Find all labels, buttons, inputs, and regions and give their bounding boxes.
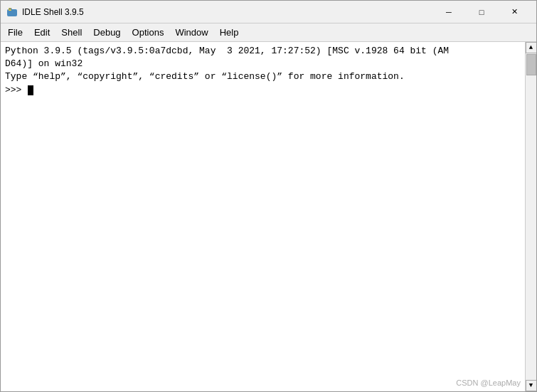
scrollbar[interactable]: ▲ ▼ — [525, 42, 536, 391]
menu-shell[interactable]: Shell — [55, 23, 87, 41]
menu-window[interactable]: Window — [169, 23, 213, 41]
console-line-3: Type “help”, “copyright”, “credits” or “… — [5, 70, 532, 83]
scroll-up-button[interactable]: ▲ — [526, 42, 537, 53]
watermark: CSDN @LeapMay — [456, 378, 521, 387]
console-prompt[interactable]: >>> — [5, 84, 532, 97]
svg-point-3 — [11, 8, 12, 9]
menu-debug[interactable]: Debug — [87, 23, 126, 41]
close-button[interactable]: ✕ — [498, 1, 531, 23]
minimize-button[interactable]: ─ — [432, 1, 465, 23]
idle-window: IDLE Shell 3.9.5 ─ □ ✕ File Edit Shell D… — [0, 0, 537, 392]
prompt-text: >>> — [5, 84, 27, 97]
svg-rect-0 — [7, 9, 17, 16]
console-line-1: Python 3.9.5 (tags/v3.9.5:0a7dcbd, May 3… — [5, 45, 532, 58]
svg-point-2 — [9, 8, 11, 9]
menu-file[interactable]: File — [2, 23, 28, 41]
console-area[interactable]: Python 3.9.5 (tags/v3.9.5:0a7dcbd, May 3… — [1, 42, 536, 391]
scroll-down-button[interactable]: ▼ — [526, 380, 537, 391]
app-icon — [6, 6, 18, 18]
maximize-button[interactable]: □ — [465, 1, 498, 23]
window-controls: ─ □ ✕ — [432, 1, 531, 23]
menu-edit[interactable]: Edit — [28, 23, 55, 41]
window-title: IDLE Shell 3.9.5 — [22, 7, 432, 17]
cursor — [28, 85, 33, 95]
menu-help[interactable]: Help — [214, 23, 245, 41]
menu-options[interactable]: Options — [127, 23, 170, 41]
menu-bar: File Edit Shell Debug Options Window Hel… — [1, 23, 536, 42]
scroll-thumb[interactable] — [526, 54, 536, 75]
console-line-2: D64)] on win32 — [5, 58, 532, 70]
title-bar: IDLE Shell 3.9.5 ─ □ ✕ — [1, 1, 536, 23]
